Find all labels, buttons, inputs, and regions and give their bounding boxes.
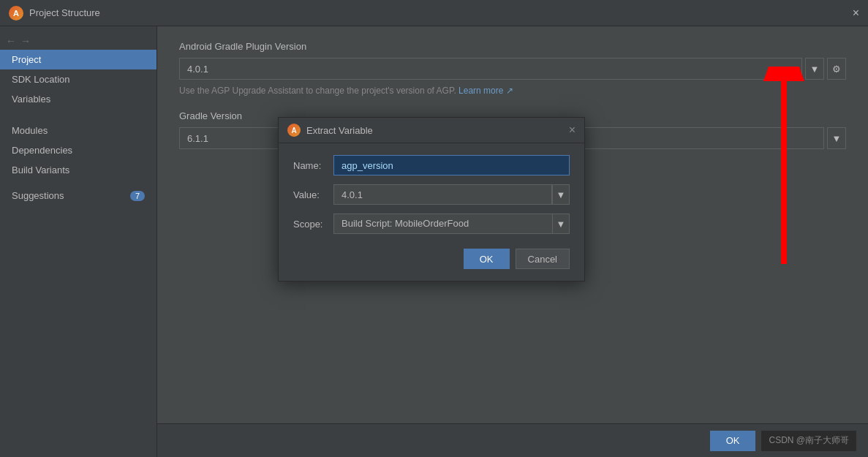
gradle-dropdown-button[interactable]: ▼ xyxy=(827,127,846,149)
dialog-scope-row: Scope: Build Script: MobileOrderFood ▼ xyxy=(293,214,570,234)
back-arrow[interactable]: ← xyxy=(6,35,16,47)
learn-more-link[interactable]: Learn more ↗ xyxy=(458,86,513,96)
forward-arrow[interactable]: → xyxy=(20,35,31,47)
bottom-bar: OK CSDN @南子大师哥 xyxy=(157,423,868,457)
sidebar-item-variables[interactable]: Variables xyxy=(0,89,156,109)
sidebar-item-modules[interactable]: Modules xyxy=(0,121,156,140)
dialog-cancel-button[interactable]: Cancel xyxy=(516,249,570,269)
dialog-name-label: Name: xyxy=(293,160,333,171)
agp-dropdown-button[interactable]: ▼ xyxy=(805,58,824,80)
title-bar-left: A Project Structure xyxy=(9,6,100,20)
dialog-name-row: Name: xyxy=(293,155,570,175)
chevron-down-icon: ▼ xyxy=(810,64,820,75)
dialog-close-button[interactable]: × xyxy=(569,124,575,137)
title-bar: A Project Structure × xyxy=(0,0,868,26)
sidebar-subsection: Modules Dependencies Build Variants xyxy=(0,115,156,180)
dialog-body: Name: Value: ▼ Scope: Build Script: Mobi… xyxy=(279,143,584,281)
dialog-buttons: OK Cancel xyxy=(293,243,570,269)
chevron-down-icon-4: ▼ xyxy=(556,219,566,230)
dialog-ok-button[interactable]: OK xyxy=(464,249,510,269)
dialog-scope-value: Build Script: MobileOrderFood xyxy=(333,214,552,234)
extract-variable-dialog: A Extract Variable × Name: Value: ▼ xyxy=(278,117,585,282)
agp-action-button[interactable]: ⚙ xyxy=(827,58,846,80)
window-close-button[interactable]: × xyxy=(853,7,859,19)
sidebar-item-dependencies[interactable]: Dependencies xyxy=(0,140,156,160)
sidebar-suggestions-section: Suggestions 7 xyxy=(0,180,156,205)
dialog-value-row: Value: ▼ xyxy=(293,184,570,205)
watermark: CSDN @南子大师哥 xyxy=(761,431,856,451)
dialog-value-dropdown[interactable]: ▼ xyxy=(552,184,570,205)
suggestions-badge: 7 xyxy=(130,191,145,201)
dialog-value-label: Value: xyxy=(293,189,333,200)
sidebar-item-project[interactable]: Project xyxy=(0,50,156,69)
dialog-title-text: Extract Variable xyxy=(306,125,373,136)
agp-input-row: ▼ ⚙ xyxy=(179,58,846,80)
dialog-name-input[interactable] xyxy=(333,155,570,175)
main-ok-button[interactable]: OK xyxy=(710,431,756,451)
dialog-scope-container: Build Script: MobileOrderFood ▼ xyxy=(333,214,570,234)
agp-help-text: Use the AGP Upgrade Assistant to change … xyxy=(179,86,846,96)
action-icon: ⚙ xyxy=(832,64,841,75)
sidebar-item-build-variants[interactable]: Build Variants xyxy=(0,160,156,180)
sidebar: ← → Project SDK Location Variables Modul… xyxy=(0,26,157,457)
app-icon: A xyxy=(9,6,23,20)
dialog-title-left: A Extract Variable xyxy=(287,124,373,137)
dialog-scope-label: Scope: xyxy=(293,219,333,230)
sidebar-item-sdk-location[interactable]: SDK Location xyxy=(0,69,156,89)
dialog-app-icon: A xyxy=(287,124,301,137)
sidebar-item-suggestions[interactable]: Suggestions 7 xyxy=(0,186,156,205)
window-title: Project Structure xyxy=(29,7,100,18)
chevron-down-icon-2: ▼ xyxy=(832,133,842,144)
red-arrow-annotation xyxy=(740,67,828,273)
dialog-value-input[interactable] xyxy=(333,184,552,205)
agp-version-input[interactable] xyxy=(179,58,802,80)
nav-arrows: ← → xyxy=(0,32,156,50)
dialog-scope-dropdown[interactable]: ▼ xyxy=(552,214,570,234)
agp-section-label: Android Gradle Plugin Version xyxy=(179,41,846,52)
dialog-title-bar: A Extract Variable × xyxy=(279,118,584,143)
sidebar-top-items: Project SDK Location Variables xyxy=(0,50,156,109)
chevron-down-icon-3: ▼ xyxy=(556,189,566,200)
